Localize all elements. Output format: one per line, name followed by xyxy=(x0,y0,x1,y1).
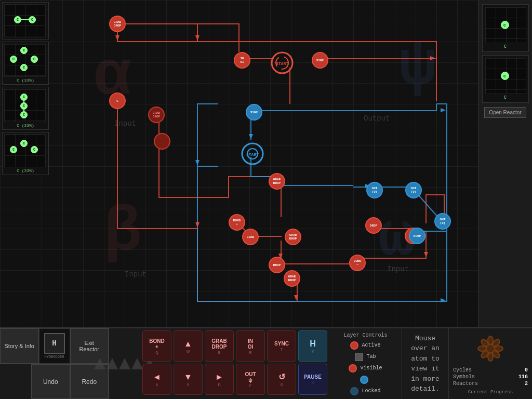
cmd-pause[interactable]: PAUSE K xyxy=(298,364,327,395)
node-out-3[interactable]: OUT(0) xyxy=(434,213,451,230)
svg-text:START: START xyxy=(276,61,288,66)
waldo-arrow-3 xyxy=(119,358,130,369)
node-dot-1[interactable] xyxy=(154,133,170,150)
cmd-rotate[interactable]: ↺ G xyxy=(267,364,296,395)
node-grab-drop-1[interactable]: GRABDROP xyxy=(109,16,126,32)
story-info-button[interactable]: Story & Info xyxy=(0,328,39,364)
cmd-in-oi[interactable]: INOI R xyxy=(236,330,265,362)
node-c-red[interactable]: C xyxy=(109,92,126,109)
symbols-value: 116 xyxy=(518,374,528,380)
hydrodger-label: HYDRODGER xyxy=(45,355,64,359)
current-progress-label: Current Progress xyxy=(468,390,513,395)
cmd-bond-plus[interactable]: BOND+ Q xyxy=(142,330,171,362)
svg-point-22 xyxy=(495,346,503,351)
cmd-arrow-right[interactable]: ► D xyxy=(205,364,234,395)
game-area[interactable]: α ψ β ω Input Output Input Input xyxy=(0,0,478,327)
redo-button[interactable]: Redo xyxy=(70,364,109,399)
cmd-arrow-left[interactable]: ◄ A xyxy=(142,364,171,395)
node-drop-blue[interactable]: DROP xyxy=(409,228,425,244)
layer-visible-red xyxy=(349,364,357,373)
node-bond-1[interactable]: BOND+ xyxy=(229,214,245,231)
molecule-panel-left: C C C C C C C (33%) C C C xyxy=(2,2,49,177)
right-mol-label-2: C xyxy=(485,95,526,100)
right-mol-1: C C xyxy=(482,4,529,52)
open-reactor-button[interactable]: Open Reactor xyxy=(484,107,526,118)
layer-locked-label: Locked xyxy=(362,388,380,394)
layer-controls-title: Layer Controls xyxy=(343,332,387,338)
waldo-arrow-1 xyxy=(94,358,105,369)
reactors-value: 2 xyxy=(525,381,528,387)
layer-visible-blue xyxy=(360,376,368,384)
node-sync-red[interactable]: SYNC xyxy=(312,52,328,69)
cmd-arrow-down[interactable]: ▼ S xyxy=(174,364,203,395)
undo-button[interactable]: Undo xyxy=(31,364,70,399)
node-grab-1[interactable]: GRAB xyxy=(242,229,259,245)
svg-point-20 xyxy=(488,353,493,361)
mol-label-2: C (33%) xyxy=(4,123,47,128)
waldo-arrow-2 xyxy=(107,358,118,369)
node-out-1[interactable]: OUT(0) xyxy=(366,182,383,198)
right-panel: C C C C Open Reactor xyxy=(478,0,532,327)
layer-locked-indicator xyxy=(350,387,358,395)
layer-tab-indicator xyxy=(355,353,363,361)
cycles-label: Cycles xyxy=(453,367,472,373)
hydrodger-icon: H xyxy=(44,333,65,354)
node-sync-blue[interactable]: SYNC xyxy=(246,104,262,121)
svg-point-21 xyxy=(478,346,486,351)
node-drop-2[interactable]: DROP xyxy=(365,217,382,234)
waldo-arrow-panel xyxy=(109,328,140,399)
cmd-h-blue[interactable]: H Y xyxy=(298,330,327,362)
layer-controls: Layer Controls Active Tab Visible Locked xyxy=(329,328,402,399)
layer-active-indicator xyxy=(350,341,358,350)
cmd-grab-drop[interactable]: GRABDROP E xyxy=(205,330,234,362)
node-start-red[interactable]: START xyxy=(270,51,294,75)
svg-point-19 xyxy=(488,336,493,344)
info-panel: Mouse over an atom to view it in more de… xyxy=(402,328,449,399)
node-grab-drop-5[interactable]: GRABDROP xyxy=(284,270,300,287)
reactors-label: Reactors xyxy=(453,381,478,387)
svg-text:START: START xyxy=(246,152,259,157)
stats-flower-icon xyxy=(475,333,506,364)
hydrodger-display: H HYDRODGER xyxy=(39,328,70,364)
stats-panel: Cycles 0 Symbols 116 Reactors 2 Current … xyxy=(449,328,532,399)
layer-active-label: Active xyxy=(362,342,380,348)
layer-tab-label: Tab xyxy=(366,354,376,360)
cmd-sync[interactable]: SYNC T xyxy=(267,330,296,362)
cmd-arrow-up[interactable]: ▲ W xyxy=(174,330,203,362)
right-mol-2: C C xyxy=(482,55,529,103)
cmd-buttons-area: BOND+ Q ▲ W GRABDROP E INOI R SYNC T H Y xyxy=(140,328,329,399)
mol-label-3: C (33%) xyxy=(4,168,47,173)
node-out-2[interactable]: OUT(0) xyxy=(405,182,422,198)
node-bond-2[interactable]: BOND— xyxy=(349,255,366,271)
bottom-toolbar: Story & Info H HYDRODGER ExitReactor Und… xyxy=(0,327,532,399)
node-drop-1[interactable]: DROP xyxy=(269,257,285,273)
node-start-blue[interactable]: START xyxy=(241,142,264,166)
node-grab-drop-3[interactable]: GRABDROP xyxy=(269,173,285,190)
node-in-1[interactable]: INOI xyxy=(234,52,250,69)
cycles-value: 0 xyxy=(525,367,528,373)
left-controls: Story & Info H HYDRODGER ExitReactor Und… xyxy=(0,328,109,399)
node-grab-drop-2[interactable]: GRABDROP xyxy=(148,107,165,123)
mol-label-1: C (33%) xyxy=(4,78,47,83)
node-grab-drop-4[interactable]: GRABDROP xyxy=(285,229,301,245)
cmd-out-psi[interactable]: OUTψ F xyxy=(236,364,265,395)
layer-visible-label: Visible xyxy=(360,365,382,371)
info-message: Mouse over an atom to view it in more de… xyxy=(407,334,443,394)
symbols-label: Symbols xyxy=(453,374,475,380)
grid-background xyxy=(0,0,478,327)
right-mol-label-1: C xyxy=(485,44,526,49)
